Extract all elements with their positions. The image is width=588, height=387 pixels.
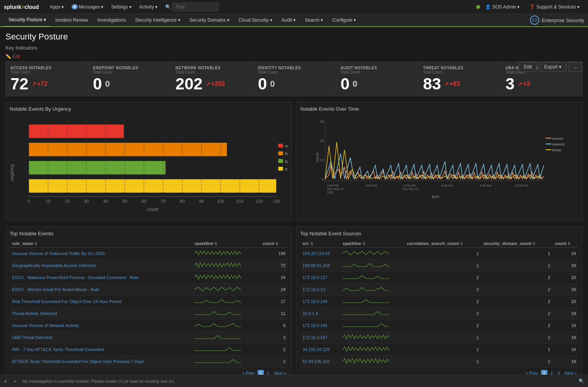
nav-security-posture[interactable]: Security Posture ▾ — [4, 14, 51, 27]
rule-name-link[interactable]: ESCU - Monitor Email For Brand Abuse - R… — [12, 287, 99, 292]
export-button[interactable]: Export ▾ — [539, 62, 566, 72]
src-link[interactable]: 172.16.0.13 — [303, 287, 325, 292]
src-cell[interactable]: 34.215.24.225 — [300, 344, 340, 356]
nav-configure[interactable]: Configure ▾ — [328, 14, 361, 27]
rule-name-cell[interactable]: RIR - 7 Day ATT&CK Tactic Threshold Exce… — [10, 344, 192, 356]
table-row[interactable]: 172.16.0.149 2 2 20 — [300, 296, 578, 308]
rule-name-cell[interactable]: Risk Threshold Exceeded For Object Over … — [10, 296, 192, 308]
rule-name-cell[interactable]: Unusual Volume of Outbound Traffic By Sr… — [10, 248, 192, 260]
rule-name-link[interactable]: ATT&CK Tactic Threshold Exceeded For Obj… — [12, 359, 144, 364]
more-button[interactable]: ... — [569, 62, 583, 72]
rule-name-cell[interactable]: Unusual Volume of Network Activity — [10, 320, 192, 332]
table-row[interactable]: 172.16.3.197 1 1 18 — [300, 332, 578, 344]
rule-name-link[interactable]: ESCU - Malicious PowerShell Process - En… — [12, 275, 138, 280]
rule-name-link[interactable]: Unusual Volume of Outbound Traffic By Sr… — [12, 251, 105, 256]
indicator-card-access-notables[interactable]: ACCESS NOTABLES Total Count 72 ↗+72 — [5, 62, 87, 96]
indicator-card-threat-notables[interactable]: THREAT NOTABLES Total Count 83 ↗+83 — [418, 62, 500, 96]
table-row[interactable]: Threat Activity Detected 11 — [10, 308, 288, 320]
table-row[interactable]: Risk Threshold Exceeded For Object Over … — [10, 296, 288, 308]
src-link[interactable]: 172.16.0.127 — [303, 275, 327, 280]
table-row[interactable]: 172.16.0.127 2 2 20 — [300, 272, 578, 284]
table-row[interactable]: 10.0.1.4 2 2 19 — [300, 308, 578, 320]
indicator-card-endpoint-notables[interactable]: ENDPOINT NOTABLES Total Count 0 0 — [88, 62, 170, 96]
nav-security-intelligence[interactable]: Security Intelligence ▾ — [130, 14, 185, 27]
indicator-card-audit-notables[interactable]: AUDIT NOTABLES Total Count 0 0 — [335, 62, 417, 96]
src-cell[interactable]: 172.16.0.149 — [300, 296, 340, 308]
table-row[interactable]: 172.16.0.13 2 2 20 — [300, 284, 578, 296]
src-cell[interactable]: 172.16.0.13 — [300, 284, 340, 296]
rule-name-cell[interactable]: ESCU - Malicious PowerShell Process - En… — [10, 272, 192, 284]
nav-audit[interactable]: Audit ▾ — [277, 14, 300, 27]
src-link[interactable]: 104.207.83.63 — [303, 251, 330, 256]
support-menu[interactable]: ❓ Support & Services ▾ — [526, 3, 583, 11]
table-row[interactable]: Unusual Volume of Outbound Traffic By Sr… — [10, 248, 288, 260]
table-row[interactable]: 199.66.91.253 1 1 24 — [300, 260, 578, 272]
table-row[interactable]: UBA Threat Detected 3 — [10, 332, 288, 344]
indicator-card-identity-notables[interactable]: IDENTITY NOTABLES Total Count 0 0 — [253, 62, 335, 96]
table-row[interactable]: 104.207.83.63 1 1 24 — [300, 248, 578, 260]
settings-menu[interactable]: Settings ▾ — [108, 3, 134, 11]
edit-indicators-link[interactable]: ✏️ Edit — [5, 54, 583, 59]
col-corr-count[interactable]: correlation_search_count ⇅ — [405, 240, 481, 248]
rule-name-cell[interactable]: UBA Threat Detected — [10, 332, 192, 344]
table-row[interactable]: ATT&CK Tactic Threshold Exceeded For Obj… — [10, 356, 288, 368]
find-input[interactable] — [172, 3, 219, 11]
nav-cloud-security[interactable]: Cloud Security ▾ — [234, 14, 277, 27]
rule-name-link[interactable]: Unusual Volume of Network Activity — [12, 323, 79, 328]
col-sparkline[interactable]: sparkline ⇅ — [192, 240, 260, 248]
edit-button[interactable]: Edit — [519, 62, 537, 72]
col-src[interactable]: src ⇅ — [300, 240, 340, 248]
src-cell[interactable]: 52.84.235.102 — [300, 356, 340, 368]
src-link[interactable]: 172.16.3.197 — [303, 335, 327, 340]
src-link[interactable]: 10.0.1.4 — [303, 311, 318, 316]
table-row[interactable]: RIR - 7 Day ATT&CK Tactic Threshold Exce… — [10, 344, 288, 356]
list-icon[interactable]: ≡ — [4, 378, 7, 384]
rule-name-cell[interactable]: ATT&CK Tactic Threshold Exceeded For Obj… — [10, 356, 192, 368]
nav-search[interactable]: Search ▾ — [300, 14, 328, 27]
table-row[interactable]: ESCU - Monitor Email For Brand Abuse - R… — [10, 284, 288, 296]
sparkline-svg — [195, 321, 241, 329]
rule-name-cell[interactable]: Geographically Improbable Access Detecte… — [10, 260, 192, 272]
messages-menu[interactable]: 4 Messages ▾ — [68, 3, 106, 11]
src-cell[interactable]: 172.16.3.197 — [300, 332, 340, 344]
add-icon[interactable]: + — [13, 378, 16, 384]
indicator-card-network-notables[interactable]: NETWORK NOTABLES Total Count 202 ↗+202 — [171, 62, 253, 96]
col-count[interactable]: count ⇅ — [260, 240, 288, 248]
corr-count-cell: 1 — [405, 332, 481, 344]
col-sec-domain[interactable]: security_domain_count ⇅ — [481, 240, 552, 248]
rule-name-link[interactable]: Geographically Improbable Access Detecte… — [12, 263, 96, 268]
table-row[interactable]: Geographically Improbable Access Detecte… — [10, 260, 288, 272]
src-link[interactable]: 34.215.24.225 — [303, 347, 330, 352]
rule-name-link[interactable]: UBA Threat Detected — [12, 335, 52, 340]
table-row[interactable]: 52.84.235.102 1 1 18 — [300, 356, 578, 368]
nav-incident-review[interactable]: Incident Review — [51, 14, 93, 27]
src-link[interactable]: 172.16.0.149 — [303, 299, 327, 304]
src-link[interactable]: 199.66.91.253 — [303, 263, 330, 268]
rule-name-cell[interactable]: ESCU - Monitor Email For Brand Abuse - R… — [10, 284, 192, 296]
col-rule-name[interactable]: rule_name ⇅ — [10, 240, 192, 248]
activity-menu[interactable]: Activity ▾ — [136, 3, 161, 11]
apps-menu[interactable]: Apps ▾ — [47, 3, 67, 11]
col-sparkline-src[interactable]: sparkline ⇅ — [340, 240, 405, 248]
rule-name-link[interactable]: Risk Threshold Exceeded For Object Over … — [12, 299, 121, 304]
nav-security-domains[interactable]: Security Domains ▾ — [185, 14, 234, 27]
table-row[interactable]: 172.16.0.145 2 2 19 — [300, 320, 578, 332]
nav-investigations[interactable]: Investigations — [93, 14, 130, 27]
rule-name-link[interactable]: RIR - 7 Day ATT&CK Tactic Threshold Exce… — [12, 347, 104, 352]
table-row[interactable]: ESCU - Malicious PowerShell Process - En… — [10, 272, 288, 284]
table-row[interactable]: Unusual Volume of Network Activity 6 — [10, 320, 288, 332]
src-cell[interactable]: 172.16.0.145 — [300, 320, 340, 332]
src-cell[interactable]: 199.66.91.253 — [300, 260, 340, 272]
indicator-value: 3 ↗+3 — [506, 76, 578, 92]
src-cell[interactable]: 10.0.1.4 — [300, 308, 340, 320]
search-icon-status[interactable]: 🔍 — [579, 378, 584, 384]
table-row[interactable]: 34.215.24.225 1 1 18 — [300, 344, 578, 356]
src-link[interactable]: 172.16.0.145 — [303, 323, 327, 328]
src-cell[interactable]: 104.207.83.63 — [300, 248, 340, 260]
rule-name-link[interactable]: Threat Activity Detected — [12, 311, 57, 316]
user-menu[interactable]: 👤 SOS Admin ▾ — [482, 3, 523, 11]
src-cell[interactable]: 172.16.0.127 — [300, 272, 340, 284]
col-count-src[interactable]: count ⇅ — [552, 240, 578, 248]
rule-name-cell[interactable]: Threat Activity Detected — [10, 308, 192, 320]
src-link[interactable]: 52.84.235.102 — [303, 359, 330, 364]
